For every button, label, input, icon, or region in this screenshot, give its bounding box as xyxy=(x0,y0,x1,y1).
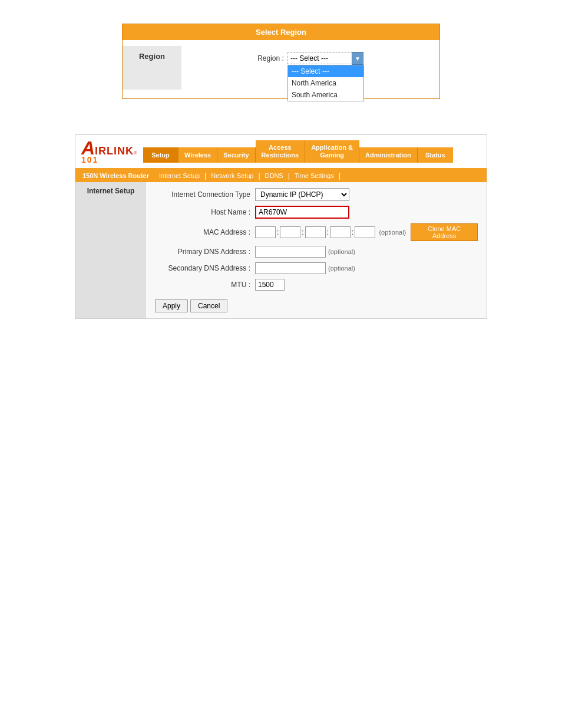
model-banner: 150N Wireless Router xyxy=(78,171,154,180)
nav-tab-status[interactable]: Status xyxy=(418,147,453,163)
dropdown-item-south-america[interactable]: South America xyxy=(288,89,363,101)
sub-nav: 150N Wireless Router Internet Setup | Ne… xyxy=(75,169,487,182)
mac-address-row: MAC Address : : : : : (optional) Clone M… xyxy=(155,223,478,241)
host-name-input[interactable] xyxy=(255,206,349,219)
mac-optional: (optional) xyxy=(379,229,406,236)
logo-area: A IRLINK ® 101 xyxy=(75,135,143,168)
connection-type-select[interactable]: Dynamic IP (DHCP) xyxy=(255,188,349,201)
region-dropdown-menu: --- Select --- North America South Ameri… xyxy=(287,65,364,101)
region-select-input[interactable]: --- Select --- xyxy=(287,52,352,64)
region-label-col: Region xyxy=(123,46,181,90)
primary-dns-label: Primary DNS Address : xyxy=(155,248,255,256)
mtu-label: MTU : xyxy=(155,281,255,289)
region-field-label: Region : xyxy=(257,54,284,62)
logo-101: 101 xyxy=(81,155,98,164)
select-region-box: Select Region Region Region : --- Select… xyxy=(122,24,440,99)
sub-nav-internet-setup[interactable]: Internet Setup xyxy=(154,171,204,180)
nav-tab-application-gaming[interactable]: Application &Gaming xyxy=(305,140,359,163)
connection-type-row: Internet Connection Type Dynamic IP (DHC… xyxy=(155,188,478,201)
primary-dns-input[interactable] xyxy=(255,246,326,258)
top-section: Select Region Region Region : --- Select… xyxy=(0,0,562,134)
host-name-label: Host Name : xyxy=(155,208,255,216)
nav-tab-access-restrictions[interactable]: AccessRestrictions xyxy=(256,140,306,163)
region-box-header: Select Region xyxy=(123,24,439,40)
nav-tab-administration[interactable]: Administration xyxy=(359,147,418,163)
region-box-body: Region Region : --- Select --- ▼ --- Sel… xyxy=(123,40,439,98)
secondary-dns-input[interactable] xyxy=(255,262,326,274)
mac-seg-4[interactable] xyxy=(330,226,351,238)
nav-tabs-container: Setup Wireless Security AccessRestrictio… xyxy=(143,140,487,163)
sidebar-title: Internet Setup xyxy=(80,187,141,195)
secondary-dns-label: Secondary DNS Address : xyxy=(155,264,255,272)
apply-button[interactable]: Apply xyxy=(155,299,188,312)
router-ui: A IRLINK ® 101 Setup Wireless Security xyxy=(75,134,487,319)
mac-address-label: MAC Address : xyxy=(155,228,255,236)
region-field-row: Region : --- Select --- ▼ --- Select ---… xyxy=(257,52,363,65)
secondary-dns-row: Secondary DNS Address : (optional) xyxy=(155,262,478,274)
connection-type-label: Internet Connection Type xyxy=(155,190,255,199)
dropdown-item-north-america[interactable]: North America xyxy=(288,77,363,89)
region-box-title: Select Region xyxy=(256,28,306,37)
sub-nav-time-settings[interactable]: Time Settings xyxy=(290,171,339,180)
mtu-row: MTU : xyxy=(155,279,478,291)
cancel-button[interactable]: Cancel xyxy=(190,299,227,312)
primary-dns-row: Primary DNS Address : (optional) xyxy=(155,246,478,258)
nav-tab-setup[interactable]: Setup xyxy=(143,147,178,163)
region-content-col: Region : --- Select --- ▼ --- Select ---… xyxy=(181,46,439,90)
mac-seg-2[interactable] xyxy=(280,226,300,238)
clone-mac-button[interactable]: Clone MAC Address xyxy=(411,223,478,241)
nav-tab-security[interactable]: Security xyxy=(217,147,255,163)
content-sidebar: Internet Setup xyxy=(75,182,146,318)
sub-nav-tabs: Internet Setup | Network Setup | DDNS | … xyxy=(154,170,484,181)
mac-seg-3[interactable] xyxy=(305,226,326,238)
nav-tab-wireless[interactable]: Wireless xyxy=(178,147,217,163)
logo-registered: ® xyxy=(134,150,137,156)
region-section-label: Region xyxy=(139,52,165,61)
dropdown-item-select[interactable]: --- Select --- xyxy=(288,65,363,77)
primary-dns-optional: (optional) xyxy=(328,248,355,255)
action-buttons: Apply Cancel xyxy=(155,299,478,312)
region-select-arrow[interactable]: ▼ xyxy=(352,52,363,65)
content-area: Internet Setup Internet Connection Type … xyxy=(75,182,487,318)
mac-seg-5[interactable] xyxy=(355,226,375,238)
mac-seg-1[interactable] xyxy=(255,226,276,238)
mtu-input[interactable] xyxy=(255,279,285,291)
sub-nav-ddns[interactable]: DDNS xyxy=(260,171,288,180)
mac-inputs: : : : : (optional) Clone MAC Address xyxy=(255,223,478,241)
host-name-row: Host Name : xyxy=(155,206,478,219)
bottom-section: A IRLINK ® 101 Setup Wireless Security xyxy=(0,134,562,342)
logo-irlink: IRLINK xyxy=(95,145,134,157)
secondary-dns-optional: (optional) xyxy=(328,265,355,272)
router-header: A IRLINK ® 101 Setup Wireless Security xyxy=(75,135,487,169)
region-select-wrapper: --- Select --- ▼ --- Select --- North Am… xyxy=(287,52,363,65)
sub-nav-network-setup[interactable]: Network Setup xyxy=(206,171,258,180)
content-main: Internet Connection Type Dynamic IP (DHC… xyxy=(146,182,487,318)
